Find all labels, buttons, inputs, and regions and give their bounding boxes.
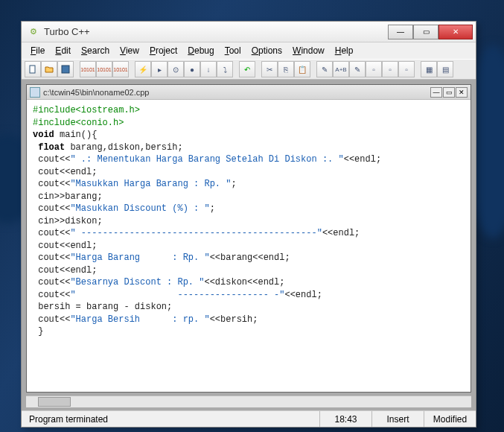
horizontal-scrollbar[interactable] bbox=[26, 396, 471, 407]
editor-maximize-button[interactable]: ▭ bbox=[443, 87, 455, 98]
editor-path: c:\tcwin45\bin\noname02.cpp bbox=[43, 88, 430, 97]
highlight-button[interactable]: A+B bbox=[333, 61, 349, 77]
file-icon bbox=[30, 87, 40, 98]
breakpoint-button[interactable]: ● bbox=[184, 61, 200, 77]
menu-file[interactable]: File bbox=[26, 44, 49, 57]
titlebar: ⚙ Turbo C++ — ▭ ✕ bbox=[22, 22, 476, 42]
tool-b-button[interactable]: ▫ bbox=[382, 61, 398, 77]
window-controls: — ▭ ✕ bbox=[388, 25, 473, 39]
window-title: Turbo C++ bbox=[42, 26, 388, 37]
menu-project[interactable]: Project bbox=[145, 44, 182, 57]
brush-button[interactable]: ✎ bbox=[316, 61, 333, 77]
menu-search[interactable]: Search bbox=[77, 44, 114, 57]
editor-window: c:\tcwin45\bin\noname02.cpp — ▭ ✕ #inclu… bbox=[26, 84, 471, 393]
cut-button[interactable]: ✂ bbox=[261, 61, 278, 77]
status-position: 18:43 bbox=[319, 411, 371, 427]
menu-edit[interactable]: Edit bbox=[51, 44, 75, 57]
copy-button[interactable]: ⎘ bbox=[278, 61, 294, 77]
close-button[interactable]: ✕ bbox=[438, 25, 473, 39]
step-button[interactable]: ↓ bbox=[200, 61, 217, 77]
build-button[interactable]: 10101 bbox=[112, 61, 129, 77]
menu-options[interactable]: Options bbox=[247, 44, 287, 57]
app-icon: ⚙ bbox=[28, 26, 39, 38]
editor-minimize-button[interactable]: — bbox=[430, 87, 442, 98]
make-button[interactable]: 10101 bbox=[96, 61, 112, 77]
status-modified: Modified bbox=[424, 411, 476, 427]
window-tile-button[interactable]: ▦ bbox=[421, 61, 437, 77]
watch-button[interactable]: ⊙ bbox=[168, 61, 184, 77]
tool-a-button[interactable]: ▫ bbox=[366, 61, 382, 77]
open-button[interactable] bbox=[41, 61, 57, 77]
statusbar: Program terminated 18:43 Insert Modified bbox=[22, 410, 476, 427]
menu-debug[interactable]: Debug bbox=[183, 44, 218, 57]
menu-view[interactable]: View bbox=[115, 44, 144, 57]
paste-button[interactable]: 📋 bbox=[294, 61, 310, 77]
run-button[interactable]: ⚡ bbox=[135, 61, 151, 77]
new-button[interactable] bbox=[25, 61, 41, 77]
status-message: Program terminated bbox=[22, 411, 319, 427]
workarea: c:\tcwin45\bin\noname02.cpp — ▭ ✕ #inclu… bbox=[22, 80, 476, 410]
window-cascade-button[interactable]: ▤ bbox=[437, 61, 453, 77]
editor-titlebar: c:\tcwin45\bin\noname02.cpp — ▭ ✕ bbox=[27, 85, 470, 100]
undo-button[interactable]: ↶ bbox=[239, 61, 255, 77]
save-button[interactable] bbox=[57, 61, 74, 77]
trace-button[interactable]: ⤵ bbox=[217, 61, 233, 77]
menubar: File Edit Search View Project Debug Tool… bbox=[22, 42, 476, 59]
marker-button[interactable]: ✎ bbox=[349, 61, 366, 77]
menu-window[interactable]: Window bbox=[288, 44, 329, 57]
minimize-button[interactable]: — bbox=[388, 25, 413, 39]
compile-button[interactable]: 10101 bbox=[80, 61, 96, 77]
menu-tool[interactable]: Tool bbox=[220, 44, 246, 57]
svg-rect-0 bbox=[30, 66, 35, 73]
status-mode: Insert bbox=[371, 411, 424, 427]
scrollbar-thumb[interactable] bbox=[38, 397, 71, 407]
editor-close-button[interactable]: ✕ bbox=[456, 87, 468, 98]
maximize-button[interactable]: ▭ bbox=[413, 25, 438, 39]
tool-c-button[interactable]: ▫ bbox=[398, 61, 415, 77]
svg-rect-1 bbox=[62, 66, 69, 73]
desktop-background: ⚙ Turbo C++ — ▭ ✕ File Edit Search View … bbox=[0, 0, 504, 432]
app-window: ⚙ Turbo C++ — ▭ ✕ File Edit Search View … bbox=[21, 21, 476, 428]
menu-help[interactable]: Help bbox=[331, 44, 358, 57]
code-area[interactable]: #include<iostream.h> #include<conio.h> v… bbox=[27, 100, 470, 392]
debug-button[interactable]: ▸ bbox=[151, 61, 168, 77]
toolbar: 10101 10101 10101 ⚡ ▸ ⊙ ● ↓ ⤵ ↶ ✂ ⎘ 📋 ✎ bbox=[22, 59, 476, 80]
